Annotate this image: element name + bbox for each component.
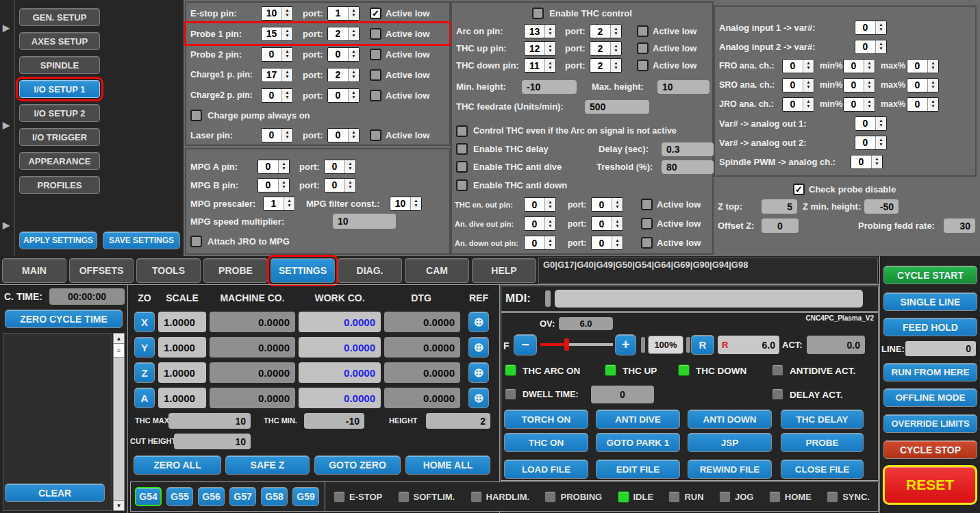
spin-value[interactable]: 2 — [328, 27, 348, 40]
antidive-out-pin-spinner[interactable]: 0 — [524, 216, 556, 231]
zmin-height-field[interactable]: -50 — [864, 199, 899, 214]
spinner-arrows-icon[interactable] — [612, 236, 623, 249]
spin-value[interactable]: 0 — [525, 217, 544, 230]
arc-on-port-spinner[interactable]: 2 — [590, 24, 622, 38]
charge1-pin-spinner[interactable]: 17 — [261, 68, 293, 82]
anti-down-button[interactable]: ANTI DOWN — [688, 410, 772, 429]
sidebar-item-appearance[interactable]: APPEARANCE — [19, 152, 100, 170]
spin-value[interactable]: 1 — [328, 7, 348, 20]
spin-value[interactable]: 0 — [592, 236, 612, 249]
spinner-arrows-icon[interactable] — [875, 21, 886, 34]
antidown-out-active-low-checkbox[interactable] — [641, 237, 653, 249]
spinner-arrows-icon[interactable] — [544, 59, 555, 72]
sidebar-item-io-setup-2[interactable]: I/O SETUP 2 — [19, 104, 100, 122]
spinner-arrows-icon[interactable] — [927, 60, 938, 73]
laser-pin-spinner[interactable]: 0 — [261, 128, 293, 142]
spin-value[interactable]: 0 — [258, 179, 278, 192]
thc-max-field[interactable]: 10 — [168, 413, 251, 429]
spinner-arrows-icon[interactable] — [544, 217, 555, 230]
spin-value[interactable]: 0 — [592, 217, 612, 230]
single-line-button[interactable]: SINGLE LINE — [883, 292, 977, 311]
spin-value[interactable]: 0 — [262, 89, 281, 102]
mdi-input[interactable] — [555, 290, 863, 308]
z-machine-co-field[interactable]: 0.0000 — [210, 362, 295, 383]
spinner-arrows-icon[interactable] — [803, 79, 814, 92]
arc-on-active-low-checkbox[interactable] — [637, 25, 649, 37]
rewind-file-button[interactable]: REWIND FILE — [688, 460, 772, 479]
tab-probe[interactable]: PROBE — [203, 258, 268, 283]
spinner-arrows-icon[interactable] — [610, 42, 621, 55]
thc-feedrate-field[interactable]: 500 — [585, 100, 649, 114]
sro-max-spinner[interactable]: 0 — [907, 78, 939, 92]
spin-value[interactable]: 0 — [783, 60, 803, 73]
fro-min-spinner[interactable]: 0 — [843, 59, 875, 73]
height-field[interactable]: 2 — [426, 413, 490, 429]
laser-active-low-checkbox[interactable] — [370, 129, 381, 141]
spinner-arrows-icon[interactable] — [875, 117, 886, 130]
wcs-g56-button[interactable]: G56 — [198, 487, 225, 506]
min-height-field[interactable]: -10 — [522, 80, 577, 94]
spin-value[interactable]: 0 — [783, 79, 803, 92]
sidebar-item-io-trigger[interactable]: I/O TRIGGER — [19, 128, 100, 146]
thc-down-pin-spinner[interactable]: 11 — [524, 58, 556, 73]
dwell-time-field[interactable]: 0 — [591, 386, 654, 403]
z-ref-button[interactable]: ⊕ — [468, 362, 489, 383]
spin-value[interactable]: 0 — [851, 155, 871, 168]
spin-value[interactable]: 0 — [592, 198, 612, 211]
sro-channel-spinner[interactable]: 0 — [782, 78, 814, 92]
mpg-filter-spinner[interactable]: 10 — [390, 197, 422, 211]
spinner-arrows-icon[interactable] — [348, 89, 359, 102]
close-file-button[interactable]: CLOSE FILE — [781, 460, 864, 479]
spin-value[interactable]: 17 — [262, 68, 281, 82]
enable-antidive-checkbox[interactable] — [456, 161, 468, 173]
spinner-arrows-icon[interactable] — [875, 136, 886, 149]
max-height-field[interactable]: 10 — [657, 80, 709, 94]
spin-value[interactable]: 1 — [264, 197, 284, 210]
spinner-arrows-icon[interactable] — [864, 98, 875, 111]
spinner-arrows-icon[interactable] — [927, 79, 938, 92]
enable-antidown-checkbox[interactable] — [456, 179, 468, 191]
analog-in2-spinner[interactable]: 0 — [855, 40, 887, 54]
goto-park-1-button[interactable]: GOTO PARK 1 — [596, 433, 680, 452]
anti-dive-button[interactable]: ANTI DIVE — [596, 410, 680, 429]
spinner-arrows-icon[interactable] — [348, 27, 359, 40]
wcs-g55-button[interactable]: G55 — [166, 487, 193, 506]
probe2-active-low-checkbox[interactable] — [370, 49, 381, 60]
spinner-arrows-icon[interactable] — [864, 60, 875, 73]
x-dtg-field[interactable]: 0.0000 — [384, 312, 460, 332]
home-all-button[interactable]: HOME ALL — [405, 455, 490, 475]
y-scale-field[interactable]: 1.0000 — [158, 337, 206, 358]
safe-z-button[interactable]: SAFE Z — [225, 455, 310, 475]
attach-jro-checkbox[interactable] — [190, 236, 202, 247]
run-from-here-button[interactable]: RUN FROM HERE — [883, 363, 977, 381]
spinner-arrows-icon[interactable] — [544, 42, 555, 55]
analog-out2-spinner[interactable]: 0 — [855, 136, 887, 150]
thc-en-out-pin-spinner[interactable]: 0 — [524, 197, 556, 212]
spinner-arrows-icon[interactable] — [348, 129, 359, 142]
spinner-arrows-icon[interactable] — [281, 48, 292, 61]
feed-hold-button[interactable]: FEED HOLD — [883, 318, 977, 336]
spin-value[interactable]: 0 — [328, 129, 348, 142]
spin-value[interactable]: 0 — [328, 89, 348, 102]
apply-settings-button[interactable]: APPLY SETTINGS — [19, 232, 97, 249]
override-limits-button[interactable]: OVERRIDE LIMITS — [883, 414, 977, 433]
probe-button[interactable]: PROBE — [781, 433, 864, 452]
wcs-g57-button[interactable]: G57 — [229, 487, 256, 506]
spindle-pwm-spinner[interactable]: 0 — [851, 155, 883, 169]
spin-value[interactable]: 0 — [258, 160, 278, 173]
axis-a-button[interactable]: A — [134, 388, 155, 408]
estop-active-low-checkbox[interactable] — [370, 8, 381, 19]
mpg-prescaler-spinner[interactable]: 1 — [263, 197, 295, 211]
scrollbar-thumb[interactable]: ≡ — [114, 344, 124, 358]
spinner-arrows-icon[interactable] — [544, 25, 555, 38]
analog-out1-spinner[interactable]: 0 — [855, 116, 887, 131]
jsp-button[interactable]: JSP — [688, 433, 772, 452]
spinner-arrows-icon[interactable] — [348, 48, 359, 61]
spinner-arrows-icon[interactable] — [871, 155, 882, 168]
feed-minus-button[interactable]: − — [514, 334, 537, 355]
y-machine-co-field[interactable]: 0.0000 — [210, 337, 295, 358]
spinner-arrows-icon[interactable] — [610, 25, 621, 38]
offset-z-field[interactable]: 0 — [762, 218, 799, 233]
spin-value[interactable]: 0 — [525, 198, 544, 211]
x-ref-button[interactable]: ⊕ — [468, 312, 489, 332]
